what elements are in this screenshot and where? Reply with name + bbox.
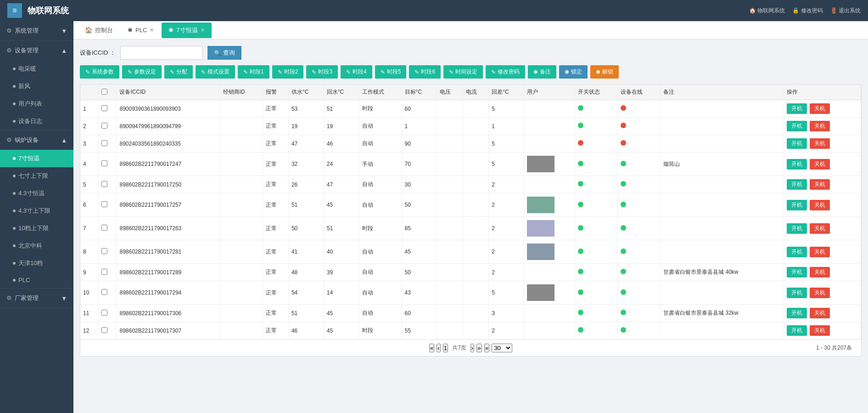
page-last-btn[interactable]: » [484, 344, 489, 352]
on-btn-row-7[interactable]: 开机 [787, 223, 807, 234]
row-checkbox[interactable] [101, 201, 107, 207]
sidebar-item-plc[interactable]: PLC [0, 272, 73, 288]
sidebar-item-4-3inch-limit[interactable]: 4.3寸上下限 [0, 202, 73, 220]
page-size-select[interactable]: 30 50 100 [492, 344, 512, 352]
tab-plc[interactable]: ✱ PLC ✕ [121, 23, 161, 38]
period6-btn[interactable]: ✎ 时段6 [409, 65, 441, 79]
period3-btn[interactable]: ✎ 时段3 [306, 65, 338, 79]
row-checkbox[interactable] [101, 140, 107, 146]
on-btn-row-11[interactable]: 开机 [787, 308, 807, 318]
change-pwd-link[interactable]: 🔒 修改密码 [792, 7, 823, 15]
off-btn-row-6[interactable]: 关机 [810, 200, 830, 210]
sidebar-item-tianjin-10[interactable]: 天津10档 [0, 255, 73, 272]
sidebar-item-beijing-zhongke[interactable]: 北京中科 [0, 237, 73, 255]
page-prev-btn[interactable]: ‹ [437, 344, 440, 352]
query-button[interactable]: 🔍 查询 [207, 46, 241, 60]
cell-target: 45 [402, 240, 437, 264]
tab-plc-close[interactable]: ✕ [150, 27, 154, 33]
sidebar-item-fresh-air[interactable]: 新风 [0, 78, 73, 95]
menu-toggle-btn[interactable]: ≡ [7, 3, 22, 18]
cell-seq: 12 [80, 322, 98, 339]
cell-return: 24 [324, 153, 359, 176]
sidebar-item-10档-limit[interactable]: 10档上下限 [0, 220, 73, 237]
row-checkbox[interactable] [101, 160, 107, 166]
row-checkbox[interactable] [101, 269, 107, 275]
sidebar-item-7inch-temp[interactable]: 7寸恒温 [0, 150, 73, 167]
off-btn-row-5[interactable]: 关机 [810, 179, 830, 190]
off-btn-row-3[interactable]: 关机 [810, 138, 830, 149]
row-checkbox[interactable] [101, 123, 107, 129]
on-btn-row-1[interactable]: 开机 [787, 103, 807, 114]
off-btn-row-4[interactable]: 关机 [810, 159, 830, 170]
unlock-btn[interactable]: ✱ 解锁 [590, 65, 619, 79]
col-switch: 开关状态 [575, 85, 618, 100]
sidebar-item-7inch-limit[interactable]: 七寸上下限 [0, 167, 73, 185]
home-link[interactable]: 🏠 物联网系统 [749, 7, 785, 15]
period1-btn[interactable]: ✎ 时段1 [238, 65, 269, 79]
on-btn-row-10[interactable]: 开机 [787, 288, 807, 298]
row-checkbox[interactable] [101, 327, 107, 333]
col-seq [80, 85, 98, 100]
row-checkbox[interactable] [101, 225, 107, 231]
tab-7inch-temp[interactable]: ✱ 7寸恒温 ✕ [162, 23, 211, 38]
sys-params-btn[interactable]: ✎ 系统参数 [80, 65, 119, 79]
cell-mode: 时段 [359, 217, 402, 240]
row-checkbox[interactable] [101, 310, 107, 316]
cell-alarm: 正常 [263, 217, 288, 240]
backup-btn[interactable]: ✱ 备注 [528, 65, 556, 79]
off-btn-row-12[interactable]: 关机 [810, 325, 830, 336]
on-btn-row-3[interactable]: 开机 [787, 138, 807, 149]
off-btn-row-2[interactable]: 关机 [810, 121, 830, 131]
sidebar-item-device-log[interactable]: 设备日志 [0, 113, 73, 130]
select-all-checkbox[interactable] [101, 89, 107, 95]
on-btn-row-4[interactable]: 开机 [787, 159, 807, 170]
on-btn-row-12[interactable]: 开机 [787, 325, 807, 336]
on-btn-row-6[interactable]: 开机 [787, 200, 807, 210]
row-checkbox[interactable] [101, 248, 107, 254]
row-checkbox[interactable] [101, 105, 107, 111]
on-btn-row-9[interactable]: 开机 [787, 267, 807, 277]
period4-btn[interactable]: ✎ 时段4 [341, 65, 372, 79]
on-btn-row-2[interactable]: 开机 [787, 121, 807, 131]
off-btn-row-8[interactable]: 关机 [810, 247, 830, 257]
logout-link[interactable]: 🚪 退出系统 [830, 7, 861, 15]
change-pwd-btn[interactable]: ✎ 修改密码 [486, 65, 525, 79]
sidebar-item-4-3inch-temp[interactable]: 4.3寸恒温 [0, 185, 73, 202]
mode-set-btn[interactable]: ✎ 模式设置 [196, 65, 235, 79]
period5-btn[interactable]: ✎ 时段5 [375, 65, 407, 79]
lock-btn[interactable]: ✱ 锁定 [559, 65, 588, 79]
off-btn-row-9[interactable]: 关机 [810, 267, 830, 277]
cell-iccid: 898602B2211790017263 [117, 217, 220, 240]
on-btn-row-8[interactable]: 开机 [787, 247, 807, 257]
sidebar-section-system-header[interactable]: ⚙系统管理 ▼ [0, 21, 73, 40]
cell-switch [575, 176, 618, 193]
page-1-btn[interactable]: 1 [443, 344, 448, 352]
tab-7inch-close[interactable]: ✕ [201, 27, 205, 33]
sidebar-section-factory-header[interactable]: ⚙厂家管理 ▼ [0, 289, 73, 308]
total-pages: 共7页 [452, 344, 466, 352]
period2-btn[interactable]: ✎ 时段2 [272, 65, 304, 79]
unlock-icon: ✱ [596, 69, 600, 75]
sidebar-item-user-list[interactable]: 用户列表 [0, 95, 73, 113]
row-checkbox[interactable] [101, 289, 107, 295]
page-first-btn[interactable]: « [429, 344, 434, 352]
sidebar-item-electric-heat[interactable]: 电采暖 [0, 60, 73, 78]
off-btn-row-1[interactable]: 关机 [810, 103, 830, 114]
sidebar-section-device-header[interactable]: ⚙设备管理 ▲ [0, 41, 73, 60]
iccid-input[interactable] [120, 46, 203, 60]
off-btn-row-10[interactable]: 关机 [810, 288, 830, 298]
distribute-btn[interactable]: ✎ 分配 [164, 65, 193, 79]
tab-dashboard[interactable]: 🏠 控制台 [78, 23, 120, 38]
page-next2-btn[interactable]: » [476, 344, 482, 352]
cell-current [463, 240, 488, 264]
time-set-btn[interactable]: ✎ 时间设定 [443, 65, 483, 79]
page-next-btn[interactable]: › [470, 344, 474, 352]
on-btn-row-5[interactable]: 开机 [787, 179, 807, 190]
cell-user [524, 240, 575, 264]
sidebar-section-boiler-header[interactable]: ⚙锅炉设备 ▲ [0, 130, 73, 150]
cell-checkbox [98, 193, 117, 217]
param-set-btn[interactable]: ✎ 参数设定 [122, 65, 162, 79]
row-checkbox[interactable] [101, 181, 107, 187]
off-btn-row-7[interactable]: 关机 [810, 223, 830, 234]
off-btn-row-11[interactable]: 关机 [810, 308, 830, 318]
